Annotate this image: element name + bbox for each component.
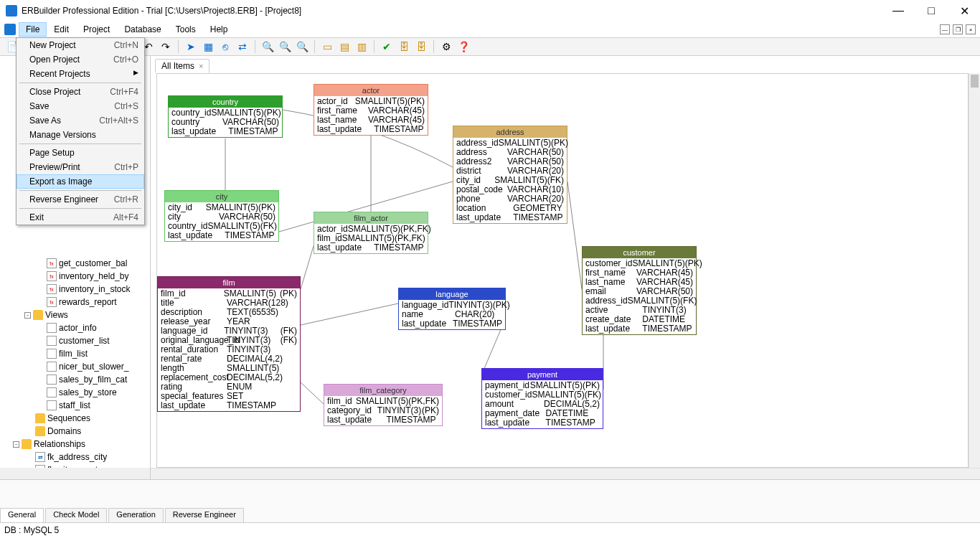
file-menu-reverse-engineer[interactable]: Reverse EngineerCtrl+R: [17, 192, 144, 207]
tree-film-list[interactable]: film_list: [0, 347, 150, 360]
bottom-tab-general[interactable]: General: [0, 508, 44, 522]
db2-icon[interactable]: 🗄: [413, 39, 429, 55]
entity-actor[interactable]: actoractor_idSMALLINT(5)(PK)first_nameVA…: [314, 84, 428, 136]
link-icon[interactable]: ⇄: [235, 39, 250, 55]
file-menu-save[interactable]: SaveCtrl+S: [17, 99, 144, 113]
tree-rewards-report[interactable]: rewards_report: [0, 296, 150, 309]
document-tab[interactable]: All Items ×: [155, 59, 209, 73]
entity-language[interactable]: languagelanguage_idTINYINT(3)(PK)nameCHA…: [398, 288, 506, 330]
window-title: ERBuilder Professional Edition - Trial […: [22, 6, 888, 16]
file-menu-preview-print[interactable]: Preview/PrintCtrl+P: [17, 160, 144, 174]
tree-domains[interactable]: Domains: [0, 425, 150, 438]
file-menu-save-as[interactable]: Save AsCtrl+Alt+S: [17, 113, 144, 128]
entity-payment[interactable]: paymentpayment_idSMALLINT(5)(PK)customer…: [481, 368, 603, 429]
tree-views[interactable]: -Views: [0, 309, 150, 321]
toolbar: 📄 📂 💾 ✂ 📋 📄 ✖ ↶ ↷ ➤ ▦ ⎋ ⇄ 🔍 🔍 🔍 ▭ ▤ ▥ ✔ …: [0, 37, 980, 56]
app-icon: [6, 5, 17, 17]
check-icon[interactable]: ✔: [379, 39, 395, 55]
tree-relationships[interactable]: -Relationships: [0, 438, 150, 451]
help-icon[interactable]: ❓: [456, 39, 471, 55]
column: last_updateTIMESTAMP: [456, 213, 564, 222]
file-menu-recent-projects[interactable]: Recent Projects▶: [17, 67, 144, 81]
entity-customer[interactable]: customercustomer_idSMALLINT(5)(PK)first_…: [582, 246, 697, 335]
table-icon[interactable]: ▦: [200, 39, 216, 55]
tree-inventory-in-stock[interactable]: inventory_in_stock: [0, 283, 150, 296]
menu-project[interactable]: Project: [76, 22, 117, 37]
tree-customer-list[interactable]: customer_list: [0, 334, 150, 347]
layout3-icon[interactable]: ▥: [354, 39, 369, 55]
diagram-canvas[interactable]: countrycountry_idSMALLINT(5)(PK)countryV…: [156, 73, 969, 468]
layout1-icon[interactable]: ▭: [319, 39, 335, 55]
tree-sales-by-store[interactable]: sales_by_store: [0, 386, 150, 399]
tree-get-customer-bal[interactable]: get_customer_bal: [0, 257, 150, 270]
menu-file[interactable]: File: [19, 22, 47, 37]
column: last_updateTIMESTAMP: [317, 243, 425, 253]
close-button[interactable]: ✕: [954, 4, 974, 18]
zoom-in-icon[interactable]: 🔍: [260, 39, 275, 55]
column: last_updateTIMESTAMP: [327, 415, 439, 425]
zoom-fit-icon[interactable]: 🔍: [294, 39, 310, 55]
file-menu-new-project[interactable]: New ProjectCtrl+N: [17, 38, 144, 52]
canvas-vscroll[interactable]: [969, 73, 980, 468]
entity-film_category[interactable]: film_categoryfilm_idSMALLINT(5)(PK,FK)ca…: [324, 384, 443, 426]
sidebar-hscroll[interactable]: [0, 468, 150, 479]
tree-sequences[interactable]: Sequences: [0, 412, 150, 425]
file-menu-dropdown: New ProjectCtrl+NOpen ProjectCtrl+ORecen…: [16, 37, 145, 225]
tree-inventory-held-by[interactable]: inventory_held_by: [0, 270, 150, 283]
entity-address[interactable]: addressaddress_idSMALLINT(5)(PK)addressV…: [453, 126, 567, 224]
file-menu-open-project[interactable]: Open ProjectCtrl+O: [17, 52, 144, 67]
entity-film[interactable]: filmfilm_idSMALLINT(5)(PK)titleVARCHAR(1…: [157, 276, 301, 412]
bottom-tab-reverse-engineer[interactable]: Reverse Engineer: [165, 508, 244, 522]
menu-help[interactable]: Help: [203, 22, 235, 37]
canvas-area: All Items × countrycountry_idSMALLINT(5)…: [151, 56, 980, 479]
file-menu-close-project[interactable]: Close ProjectCtrl+F4: [17, 85, 144, 99]
redo-icon[interactable]: ↷: [158, 39, 174, 55]
tree-fk-address-city[interactable]: ⇄fk_address_city: [0, 451, 150, 463]
tree-actor-info[interactable]: actor_info: [0, 321, 150, 334]
layout2-icon[interactable]: ▤: [336, 39, 352, 55]
menu-database[interactable]: Database: [117, 22, 168, 37]
zoom-out-icon[interactable]: 🔍: [277, 39, 293, 55]
column: last_updateTIMESTAMP: [171, 127, 279, 136]
column: last_updateTIMESTAMP: [317, 125, 425, 134]
menu-tools[interactable]: Tools: [169, 22, 203, 37]
document-tab-label: All Items: [161, 61, 194, 71]
column: last_updateTIMESTAMP: [485, 418, 600, 428]
tree-sales-by-film-cat[interactable]: sales_by_film_cat: [0, 373, 150, 386]
menu-edit[interactable]: Edit: [47, 22, 76, 37]
file-menu-page-setup[interactable]: Page Setup: [17, 146, 144, 160]
statusbar: DB : MySQL 5: [0, 522, 980, 537]
file-menu-exit[interactable]: ExitAlt+F4: [17, 210, 144, 225]
relation-icon[interactable]: ⎋: [217, 39, 233, 55]
column: last_updateTIMESTAMP: [168, 231, 275, 240]
tree-nicer-but-slower-[interactable]: nicer_but_slower_: [0, 360, 150, 373]
canvas-hscroll[interactable]: [151, 468, 980, 479]
column: last_updateTIMESTAMP: [585, 324, 693, 334]
maximize-button[interactable]: □: [921, 4, 941, 18]
app-icon-small: [4, 24, 16, 35]
status-text: DB : MySQL 5: [4, 525, 59, 535]
mdi-minimize[interactable]: —: [940, 24, 950, 34]
pointer-icon[interactable]: ➤: [183, 39, 199, 55]
tree-staff-list[interactable]: staff_list: [0, 399, 150, 412]
entity-city[interactable]: citycity_idSMALLINT(5)(PK)cityVARCHAR(50…: [164, 190, 279, 242]
file-menu-export-as-image[interactable]: Export as Image: [17, 174, 144, 189]
minimize-button[interactable]: —: [888, 4, 908, 18]
titlebar: ERBuilder Professional Edition - Trial […: [0, 0, 980, 22]
mdi-close[interactable]: ×: [966, 24, 976, 34]
entity-film_actor[interactable]: film_actoractor_idSMALLINT(5)(PK,FK)film…: [314, 212, 428, 254]
column: last_updateTIMESTAMP: [161, 401, 297, 410]
bottom-tab-generation[interactable]: Generation: [108, 508, 163, 522]
db1-icon[interactable]: 🗄: [396, 39, 412, 55]
output-panel: GeneralCheck ModelGenerationReverse Engi…: [0, 479, 980, 522]
tab-close-icon[interactable]: ×: [199, 62, 203, 70]
mdi-restore[interactable]: ❐: [953, 24, 963, 34]
column: last_updateTIMESTAMP: [402, 319, 502, 329]
entity-country[interactable]: countrycountry_idSMALLINT(5)(PK)countryV…: [168, 95, 283, 138]
settings-icon[interactable]: ⚙: [438, 39, 454, 55]
menubar: FileEditProjectDatabaseToolsHelp — ❐ ×: [0, 22, 980, 37]
bottom-tab-check-model[interactable]: Check Model: [45, 508, 107, 522]
file-menu-manage-versions[interactable]: Manage Versions: [17, 128, 144, 142]
